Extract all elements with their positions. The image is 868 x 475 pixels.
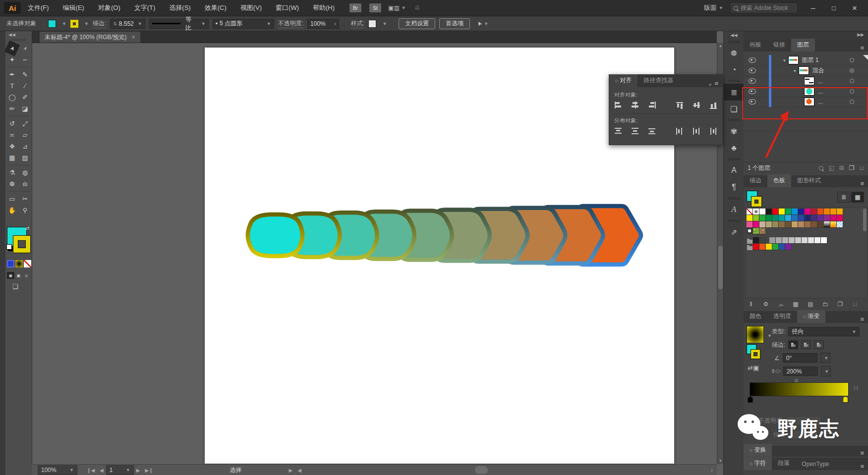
symbols-panel-icon[interactable]: ♣ bbox=[724, 140, 744, 157]
shape-builder-tool[interactable]: ❖ bbox=[6, 141, 18, 152]
dock-grip[interactable] bbox=[729, 197, 740, 200]
swatch-kinds-icon[interactable]: ▦ bbox=[788, 301, 803, 308]
eraser-tool[interactable]: ◪ bbox=[19, 103, 31, 114]
arrange-documents-button[interactable]: ▣▥ ▼ bbox=[388, 4, 406, 11]
swatch[interactable] bbox=[759, 215, 766, 221]
swatch[interactable] bbox=[785, 209, 792, 215]
fill-color-swatch[interactable] bbox=[48, 20, 56, 28]
swatch[interactable] bbox=[837, 215, 843, 221]
new-color-group-icon[interactable]: 🗀 bbox=[818, 301, 833, 308]
menu-item-8[interactable]: 帮助(H) bbox=[306, 0, 342, 16]
swatch[interactable] bbox=[808, 237, 814, 244]
panel-menu-icon[interactable]: ≡ bbox=[860, 449, 868, 457]
swatch[interactable] bbox=[802, 237, 808, 244]
draw-inside-icon[interactable]: ▣ bbox=[23, 272, 30, 279]
color-panel-icon[interactable]: ☸ bbox=[724, 45, 744, 61]
swatch[interactable] bbox=[785, 221, 792, 228]
stroke-proxy-small[interactable] bbox=[751, 350, 760, 359]
tab-align[interactable]: ◇对齐 bbox=[609, 74, 637, 87]
swatch[interactable] bbox=[747, 228, 753, 234]
swatch[interactable] bbox=[759, 244, 766, 250]
swatch[interactable] bbox=[805, 221, 811, 228]
preferences-button[interactable]: 首选项 bbox=[439, 18, 470, 29]
stock-button[interactable]: St bbox=[369, 3, 381, 12]
menu-item-3[interactable]: 文字(T) bbox=[127, 0, 163, 16]
new-sublayer-icon[interactable]: ⊞ bbox=[839, 164, 844, 171]
show-icon[interactable]: ▶ bbox=[287, 468, 295, 473]
color-group-folder-icon[interactable] bbox=[747, 246, 752, 250]
swatch[interactable] bbox=[792, 215, 798, 221]
tab-transform[interactable]: ◇变换 bbox=[744, 444, 772, 457]
panel-menu-icon[interactable]: ≡ bbox=[860, 180, 868, 187]
chevron-down-icon[interactable]: ▼ bbox=[84, 21, 89, 26]
swatch[interactable] bbox=[776, 237, 782, 244]
swatch[interactable] bbox=[772, 221, 779, 228]
swatch[interactable] bbox=[772, 244, 779, 250]
swatch-libraries-icon[interactable]: ⫴ bbox=[744, 301, 758, 308]
close-tab-icon[interactable]: × bbox=[132, 34, 135, 41]
artboard-tool[interactable]: ▭ bbox=[6, 193, 18, 205]
zoom-tool[interactable]: ⚲ bbox=[19, 205, 31, 216]
tab-paragraph[interactable]: 段落 bbox=[772, 457, 796, 470]
swatch[interactable] bbox=[747, 221, 753, 228]
dock-grip[interactable] bbox=[729, 41, 740, 43]
distribute-right-icon[interactable] bbox=[709, 126, 718, 135]
distribute-left-icon[interactable] bbox=[675, 126, 685, 135]
next-page-icon[interactable]: ▶ bbox=[134, 468, 143, 473]
eyedropper-tool[interactable]: ⚗ bbox=[6, 167, 18, 178]
rotate-tool[interactable]: ↺ bbox=[6, 118, 18, 129]
swatch[interactable] bbox=[766, 215, 772, 221]
swatch[interactable] bbox=[766, 244, 772, 250]
tab-artboards[interactable]: 画板 bbox=[744, 39, 767, 52]
swatch[interactable] bbox=[811, 209, 817, 215]
gradient-type-select[interactable]: 径向 ▼ bbox=[788, 327, 860, 336]
panel-menu-icon[interactable]: ≡ bbox=[714, 80, 722, 87]
pen-tool[interactable]: ✒ bbox=[6, 69, 18, 80]
chevron-down-icon[interactable]: ▼ bbox=[138, 21, 142, 26]
stroke-label[interactable]: 描边: bbox=[93, 19, 106, 28]
menu-item-1[interactable]: 编辑(E) bbox=[56, 0, 91, 16]
lasso-tool[interactable]: ∽ bbox=[19, 54, 31, 65]
distribute-top-icon[interactable] bbox=[613, 126, 623, 135]
reverse-gradient-icon[interactable]: ⇄▣ bbox=[748, 364, 759, 371]
panel-menu-icon[interactable]: ≡ bbox=[860, 44, 868, 52]
swatch[interactable] bbox=[772, 209, 779, 215]
search-input[interactable]: 搜索 Adobe Stock bbox=[730, 2, 798, 13]
swatch[interactable] bbox=[830, 215, 837, 221]
scale-tool[interactable]: ⤢ bbox=[19, 118, 31, 129]
brushes-panel-icon[interactable]: ✾ bbox=[724, 123, 744, 140]
menu-item-2[interactable]: 对象(O) bbox=[91, 0, 127, 16]
draw-normal-icon[interactable]: ▣ bbox=[7, 272, 14, 279]
swatch[interactable]: ⊕ bbox=[753, 209, 759, 215]
stroke-proxy-small[interactable] bbox=[752, 197, 761, 207]
chevron-down-icon[interactable]: ▼ bbox=[820, 353, 830, 363]
new-layer-icon[interactable]: ❐ bbox=[849, 164, 855, 171]
swatch[interactable] bbox=[785, 215, 792, 221]
visibility-eye-icon[interactable] bbox=[749, 68, 756, 73]
style-label[interactable]: 样式: bbox=[351, 19, 364, 28]
new-swatch-icon[interactable]: ❐ bbox=[833, 301, 848, 308]
align-top-icon[interactable] bbox=[675, 101, 685, 109]
aspect-ratio-input[interactable]: 200% bbox=[783, 367, 818, 376]
gradient-panel-icon[interactable]: ◔ bbox=[724, 61, 744, 78]
swatch[interactable] bbox=[753, 237, 759, 244]
scrollbar-thumb[interactable] bbox=[718, 246, 723, 289]
swatch[interactable] bbox=[753, 228, 759, 234]
menu-item-4[interactable]: 选择(S) bbox=[162, 0, 197, 16]
swatch[interactable] bbox=[759, 228, 766, 234]
blend-tool[interactable]: ◍ bbox=[19, 167, 31, 178]
tab-pathfinder[interactable]: 路径查找器 bbox=[637, 74, 679, 87]
grid-view-icon[interactable]: ▦ bbox=[851, 192, 864, 203]
swatch[interactable] bbox=[792, 209, 798, 215]
delete-layer-icon[interactable]: ⊔ bbox=[860, 164, 864, 171]
opacity-label[interactable]: 不透明度: bbox=[278, 19, 303, 28]
width-tool[interactable]: ≍ bbox=[6, 129, 18, 141]
magic-wand-tool[interactable]: ✦ bbox=[6, 54, 18, 65]
tab-layers[interactable]: 图层 bbox=[791, 39, 815, 52]
tab-gradient[interactable]: ◇渐变 bbox=[797, 310, 825, 323]
gradient-slider[interactable] bbox=[750, 382, 849, 396]
bridge-button[interactable]: Br bbox=[349, 3, 361, 12]
chevron-down-icon[interactable]: ▼ bbox=[767, 333, 772, 338]
swatch[interactable] bbox=[759, 221, 766, 228]
expand-chevron-icon[interactable]: ▾ bbox=[794, 68, 796, 73]
